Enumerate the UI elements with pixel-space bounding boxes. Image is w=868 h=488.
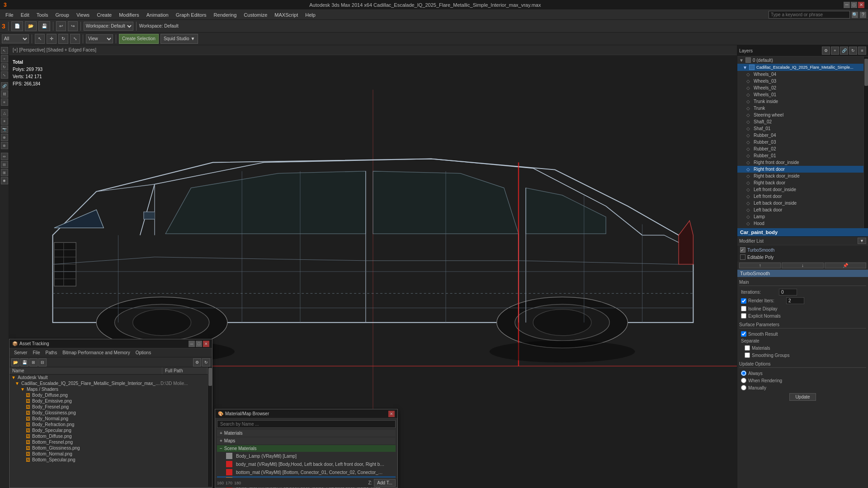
layer-rubber-03[interactable]: ◇ Rubber_03 <box>737 139 863 145</box>
asset-row-file[interactable]: ▼ Cadillac_Escalade_IQ_2025_Flare_Metall… <box>9 380 208 386</box>
layer-rbd-inside[interactable]: ◇ Right back door_inside <box>737 173 863 179</box>
mat-scene-header[interactable]: − Scene Materials <box>217 445 396 452</box>
layer-rfd-inside[interactable]: ◇ Right front door_inside <box>737 159 863 166</box>
isoline-checkbox[interactable] <box>741 306 746 311</box>
explicit-normals-checkbox[interactable] <box>741 313 746 319</box>
layer-shaft-02[interactable]: ◇ Shaft_02 <box>737 118 863 125</box>
lt-link[interactable]: 🔗 <box>1 82 8 89</box>
asset-row-bottom-normal[interactable]: 🖼 Bottom_Normal.png <box>9 451 208 457</box>
layer-lbd-inside[interactable]: ◇ Left back door_inside <box>737 200 863 206</box>
mat-item-bottom-mat[interactable]: bottom_mat (VRayMtl) [Bottom, Conector_0… <box>217 468 396 476</box>
layer-trunk[interactable]: ◇ Trunk <box>737 105 863 112</box>
workspace-select[interactable]: Workspace: Default <box>84 22 133 31</box>
asset-row-body-emissive[interactable]: 🖼 Body_Emissive.png <box>9 398 208 404</box>
squid-studio-btn[interactable]: Squid Studio ▼ <box>160 34 198 44</box>
asset-close[interactable]: ✕ <box>203 341 209 347</box>
layer-scrollbar-thumb[interactable] <box>864 59 868 86</box>
layer-refresh-btn[interactable]: ↻ <box>849 47 857 55</box>
close-button[interactable]: ✕ <box>858 2 864 8</box>
mat-close[interactable]: ✕ <box>388 411 395 417</box>
layer-vis-1[interactable] <box>749 65 755 70</box>
modifier-pin-btn[interactable]: 📌 <box>825 263 866 268</box>
asset-row-body-refraction[interactable]: 🖼 Body_Refraction.png <box>9 422 208 427</box>
layer-wheels-04[interactable]: ◇ Wheels_04 <box>737 71 863 78</box>
layer-vis-0[interactable] <box>745 57 751 63</box>
layer-steering[interactable]: ◇ Steering wheel <box>737 112 863 118</box>
layer-more-btn[interactable]: ≡ <box>858 47 866 55</box>
lt-helpers[interactable]: ⊕ <box>1 134 8 141</box>
menu-tools[interactable]: Tools <box>33 11 52 19</box>
undo-button[interactable]: ↩ <box>56 21 66 31</box>
layer-right-front-door[interactable]: ◇ Right front door <box>737 166 863 173</box>
asset-row-vault[interactable]: ▼ Autodesk Vault <box>9 375 208 380</box>
asset-row-body-glossiness[interactable]: 🖼 Body_Glossiness.png <box>9 410 208 416</box>
search-button[interactable]: 🔍 <box>852 12 858 18</box>
always-radio[interactable] <box>741 371 746 376</box>
layer-rubber-02[interactable]: ◇ Rubber_02 <box>737 145 863 152</box>
layer-rubber-04[interactable]: ◇ Rubber_04 <box>737 132 863 139</box>
asset-row-bottom-specular[interactable]: 🖼 Bottom_Specular.png <box>9 457 208 463</box>
redo-button[interactable]: ↪ <box>68 21 78 31</box>
menu-customize[interactable]: Customize <box>240 11 271 19</box>
move-button[interactable]: ✛ <box>47 34 57 44</box>
layer-trunk-inside[interactable]: ◇ Trunk inside <box>737 98 863 105</box>
lt-scale[interactable]: ⤡ <box>1 71 8 79</box>
help-search-input[interactable] <box>769 11 850 19</box>
asset-row-body-diffuse[interactable]: 🖼 Body_Diffuse.png <box>9 392 208 398</box>
view-select[interactable]: View <box>86 34 113 43</box>
menu-help[interactable]: Help <box>302 11 319 19</box>
lt-cameras[interactable]: 📷 <box>1 126 8 133</box>
asset-menu-file[interactable]: File <box>30 349 42 356</box>
smoothing-groups-checkbox[interactable] <box>745 352 750 358</box>
menu-edit[interactable]: Edit <box>17 11 33 19</box>
asset-menu-bitmap[interactable]: Bitmap Performance and Memory <box>60 349 133 356</box>
asset-tb-3[interactable]: ⊞ <box>29 358 38 366</box>
layer-settings-btn[interactable]: ⚙ <box>822 47 830 55</box>
lt-lights[interactable]: ☀ <box>1 117 8 125</box>
layer-cadillac-main[interactable]: ▼ Cadillac_Escalade_IQ_2025_Flare_Metall… <box>737 64 863 71</box>
turbosmooth-checkbox[interactable]: ✓ <box>740 247 745 253</box>
lt-move[interactable]: + <box>1 55 8 62</box>
add-material-button[interactable]: Add T... <box>374 479 396 487</box>
menu-views[interactable]: Views <box>73 11 93 19</box>
modifier-turbosmooth[interactable]: ✓ TurboSmooth <box>738 246 867 253</box>
asset-row-body-fresnel[interactable]: 🖼 Body_Fresnel.png <box>9 404 208 410</box>
asset-table-scroll[interactable]: Name Full Path ▼ Autodesk Vault ▼ Cadill… <box>9 367 208 487</box>
lt-array[interactable]: ⊞ <box>1 169 8 176</box>
layer-list[interactable]: ▼ 0 (default) ▼ Cadillac_Escalade_IQ_202… <box>737 56 863 228</box>
mat-materials-header[interactable]: + Materials <box>217 430 396 436</box>
update-button[interactable]: Update <box>789 393 816 401</box>
menu-modifiers[interactable]: Modifiers <box>115 11 143 19</box>
menu-graph-editors[interactable]: Graph Editors <box>172 11 210 19</box>
editable-poly-checkbox[interactable] <box>740 254 745 260</box>
layer-left-back-door[interactable]: ◇ Left back door <box>737 206 863 213</box>
asset-scrollbar[interactable] <box>208 367 212 487</box>
render-iters-checkbox[interactable] <box>741 298 746 304</box>
smooth-result-checkbox[interactable] <box>741 331 746 337</box>
asset-minimize[interactable]: ─ <box>189 341 195 347</box>
lt-shapes[interactable]: △ <box>1 109 8 117</box>
layer-wheels-03[interactable]: ◇ Wheels_03 <box>737 78 863 84</box>
select-button[interactable]: ↖ <box>35 34 45 44</box>
materials-checkbox[interactable] <box>745 345 750 351</box>
help-button[interactable]: ? <box>860 12 866 18</box>
create-selection-btn[interactable]: Create Selection <box>119 34 159 44</box>
lt-align[interactable]: ⊟ <box>1 161 8 168</box>
asset-maximize[interactable]: □ <box>196 341 202 347</box>
modifier-editable-poly[interactable]: Editable Poly <box>738 253 867 261</box>
asset-tb-4[interactable]: ⊟ <box>38 358 47 366</box>
mode-select[interactable]: All <box>2 34 29 43</box>
lt-select[interactable]: ↖ <box>1 47 8 54</box>
asset-row-bottom-glossiness[interactable]: 🖼 Bottom_Glossiness.png <box>9 445 208 451</box>
modifier-dropdown-btn[interactable]: ▼ <box>858 238 866 244</box>
lt-unlink[interactable]: ⛓ <box>1 90 8 98</box>
iterations-input[interactable] <box>779 289 797 296</box>
manually-radio[interactable] <box>741 385 746 390</box>
layer-wheels-02[interactable]: ◇ Wheels_02 <box>737 84 863 91</box>
asset-row-bottom-fresnel[interactable]: 🖼 Bottom_Fresnel.png <box>9 439 208 445</box>
asset-menu-server[interactable]: Server <box>11 349 30 356</box>
rotate-button[interactable]: ↻ <box>58 34 68 44</box>
layer-right-back-door[interactable]: ◇ Right back door <box>737 179 863 186</box>
layer-scrollbar[interactable] <box>863 56 868 228</box>
layer-0-default[interactable]: ▼ 0 (default) <box>737 56 863 64</box>
